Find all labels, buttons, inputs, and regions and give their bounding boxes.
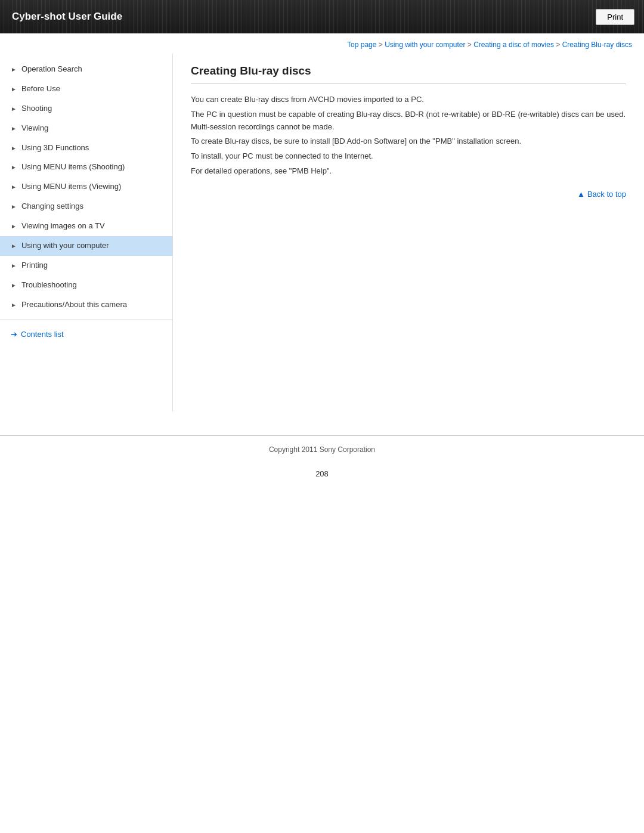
breadcrumb-sep-1: > xyxy=(379,41,385,49)
sidebar-item-menu-viewing[interactable]: ► Using MENU items (Viewing) xyxy=(0,177,172,197)
breadcrumb-sep-2: > xyxy=(467,41,473,49)
contents-list-label: Contents list xyxy=(21,330,64,339)
sidebar-item-changing-settings[interactable]: ► Changing settings xyxy=(0,197,172,216)
paragraph-4: To install, your PC must be connected to… xyxy=(191,150,626,163)
arrow-icon: ► xyxy=(11,183,17,191)
arrow-icon: ► xyxy=(11,281,17,289)
sidebar-item-label: Precautions/About this camera xyxy=(21,300,127,310)
contents-list-link[interactable]: ➔ Contents list xyxy=(0,325,172,343)
sidebar: ► Operation Search ► Before Use ► Shooti… xyxy=(0,54,173,411)
main-content: Creating Blu-ray discs You can create Bl… xyxy=(173,54,644,411)
paragraph-1: You can create Blu-ray discs from AVCHD … xyxy=(191,94,626,106)
footer: Copyright 2011 Sony Corporation xyxy=(0,435,644,463)
page-title: Creating Blu-ray discs xyxy=(191,64,626,84)
back-to-top-arrow-icon: ▲ xyxy=(577,190,585,199)
sidebar-item-label: Viewing images on a TV xyxy=(21,221,105,231)
back-to-top-link[interactable]: ▲Back to top xyxy=(191,190,626,199)
arrow-icon: ► xyxy=(11,301,17,309)
sidebar-item-precautions[interactable]: ► Precautions/About this camera xyxy=(0,295,172,315)
sidebar-item-label: Shooting xyxy=(21,104,52,114)
sidebar-item-printing[interactable]: ► Printing xyxy=(0,256,172,275)
back-to-top-label: Back to top xyxy=(587,190,626,199)
sidebar-item-3d-functions[interactable]: ► Using 3D Functions xyxy=(0,138,172,158)
sidebar-item-label: Using MENU items (Viewing) xyxy=(21,182,121,192)
arrow-icon: ► xyxy=(11,66,17,73)
breadcrumb-creating-bluray[interactable]: Creating Blu-ray discs xyxy=(562,41,632,49)
breadcrumb-using-computer[interactable]: Using with your computer xyxy=(385,41,465,49)
content-body: You can create Blu-ray discs from AVCHD … xyxy=(191,94,626,178)
layout: ► Operation Search ► Before Use ► Shooti… xyxy=(0,54,644,411)
sidebar-divider xyxy=(0,320,172,320)
paragraph-5: For detailed operations, see "PMB Help". xyxy=(191,165,626,178)
sidebar-item-label: Using MENU items (Shooting) xyxy=(21,162,125,172)
breadcrumb-top-page[interactable]: Top page xyxy=(347,41,376,49)
arrow-icon: ► xyxy=(11,203,17,210)
arrow-icon: ► xyxy=(11,163,17,171)
contents-arrow-icon: ➔ xyxy=(11,330,17,339)
sidebar-item-label: Changing settings xyxy=(21,202,83,212)
site-title: Cyber-shot User Guide xyxy=(0,0,134,33)
breadcrumb: Top page > Using with your computer > Cr… xyxy=(0,33,644,54)
sidebar-item-using-computer[interactable]: ► Using with your computer xyxy=(0,236,172,256)
sidebar-item-before-use[interactable]: ► Before Use xyxy=(0,79,172,99)
arrow-icon: ► xyxy=(11,85,17,93)
breadcrumb-sep-3: > xyxy=(556,41,562,49)
sidebar-item-label: Operation Search xyxy=(21,64,82,75)
arrow-icon: ► xyxy=(11,105,17,113)
arrow-icon: ► xyxy=(11,144,17,152)
sidebar-item-shooting[interactable]: ► Shooting xyxy=(0,99,172,119)
sidebar-item-label: Printing xyxy=(21,261,48,271)
sidebar-item-label: Viewing xyxy=(21,123,48,134)
arrow-icon: ► xyxy=(11,222,17,230)
sidebar-item-viewing-tv[interactable]: ► Viewing images on a TV xyxy=(0,216,172,236)
sidebar-item-viewing[interactable]: ► Viewing xyxy=(0,119,172,138)
sidebar-item-troubleshooting[interactable]: ► Troubleshooting xyxy=(0,275,172,295)
sidebar-item-label: Using with your computer xyxy=(21,241,109,251)
breadcrumb-creating-disc[interactable]: Creating a disc of movies xyxy=(473,41,554,49)
arrow-icon: ► xyxy=(11,262,17,270)
sidebar-item-operation-search[interactable]: ► Operation Search xyxy=(0,60,172,79)
sidebar-item-menu-shooting[interactable]: ► Using MENU items (Shooting) xyxy=(0,157,172,177)
header: Cyber-shot User Guide Print xyxy=(0,0,644,33)
sidebar-item-label: Using 3D Functions xyxy=(21,143,89,153)
print-button[interactable]: Print xyxy=(596,9,634,25)
paragraph-3: To create Blu-ray discs, be sure to inst… xyxy=(191,135,626,148)
sidebar-item-label: Troubleshooting xyxy=(21,280,77,290)
paragraph-2: The PC in question must be capable of cr… xyxy=(191,109,626,134)
sidebar-item-label: Before Use xyxy=(21,84,60,94)
arrow-icon: ► xyxy=(11,125,17,132)
page-number: 208 xyxy=(0,463,644,484)
copyright-text: Copyright 2011 Sony Corporation xyxy=(269,445,375,454)
arrow-icon: ► xyxy=(11,242,17,250)
